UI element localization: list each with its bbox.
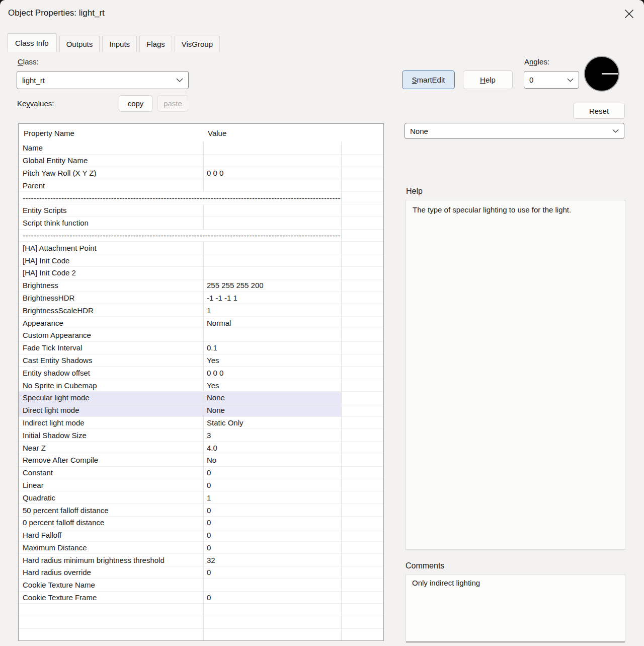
- property-name-cell: Global Entity Name: [19, 155, 204, 167]
- table-row[interactable]: Linear0: [19, 479, 383, 492]
- table-row[interactable]: Indirect light modeStatic Only: [19, 417, 383, 429]
- copy-button[interactable]: copy: [119, 95, 152, 112]
- property-value-cell: 3: [204, 429, 342, 441]
- table-row[interactable]: Hard Falloff0: [19, 529, 383, 542]
- property-value-cell: 0: [204, 566, 342, 579]
- property-name-cell: Cookie Texture Frame: [19, 592, 204, 604]
- property-name-cell: [HA] Init Code 2: [19, 267, 204, 279]
- property-name-cell: Name: [19, 142, 204, 154]
- table-row[interactable]: BrightnessHDR-1 -1 -1 1: [19, 292, 383, 305]
- property-name-cell: Hard radius minimum brightness threshold: [19, 554, 204, 566]
- property-name-cell: Near Z: [19, 442, 204, 454]
- property-name-cell: Quadratic: [19, 491, 204, 504]
- table-row[interactable]: Initial Shadow Size3: [19, 429, 383, 442]
- property-value-cell: 1: [204, 491, 342, 504]
- property-name-cell: Maximum Distance: [19, 542, 204, 554]
- chevron-down-icon: [612, 129, 619, 133]
- property-name-cell: Entity shadow offset: [19, 367, 204, 379]
- property-value-cell: Static Only: [204, 417, 342, 429]
- table-row[interactable]: 0 percent falloff distance0: [19, 517, 383, 529]
- table-row[interactable]: Specular light modeNone: [19, 392, 383, 404]
- table-row[interactable]: Cookie Texture Name: [19, 579, 383, 592]
- property-table-body: NameGlobal Entity NamePitch Yaw Roll (X …: [19, 142, 383, 641]
- class-label: Class:: [18, 57, 39, 66]
- table-row[interactable]: Cast Entity ShadowsYes: [19, 354, 383, 367]
- property-name-cell: [19, 616, 204, 628]
- tab-flags[interactable]: Flags: [139, 36, 172, 52]
- property-name-cell: 0 percent falloff distance: [19, 517, 204, 529]
- table-row[interactable]: Custom Appearance: [19, 329, 383, 342]
- table-row[interactable]: Hard radius minimum brightness threshold…: [19, 554, 383, 566]
- table-row[interactable]: Brightness255 255 255 200: [19, 279, 383, 292]
- tab-inputs[interactable]: Inputs: [102, 36, 137, 52]
- table-row[interactable]: Entity shadow offset0 0 0: [19, 367, 383, 379]
- table-row[interactable]: Near Z4.0: [19, 442, 383, 454]
- property-value-cell: 0 0 0: [204, 167, 342, 179]
- keyvalues-label: Keyvalues:: [17, 99, 54, 108]
- table-row[interactable]: Cookie Texture Frame0: [19, 592, 383, 604]
- property-name-cell: [HA] Attachment Point: [19, 242, 204, 254]
- tab-visgroup[interactable]: VisGroup: [175, 36, 220, 52]
- property-name-cell: Hard radius override: [19, 566, 204, 579]
- help-panel-label: Help: [406, 187, 423, 196]
- comments-textarea[interactable]: Only indirect lighting: [406, 574, 625, 642]
- table-row[interactable]: BrightnessScaleHDR1: [19, 304, 383, 317]
- table-row[interactable]: [19, 616, 383, 629]
- table-row[interactable]: AppearanceNormal: [19, 317, 383, 329]
- angle-dial-icon: [584, 55, 620, 92]
- property-name-cell: 50 percent falloff distance: [19, 504, 204, 516]
- chevron-down-icon: [176, 78, 183, 82]
- table-row[interactable]: [HA] Init Code 2: [19, 267, 383, 279]
- table-row[interactable]: Entity Scripts: [19, 204, 383, 217]
- help-panel: The type of specular lighting to use for…: [406, 200, 625, 550]
- property-name-cell: [HA] Init Code: [19, 254, 204, 266]
- property-value-cell: None: [204, 392, 342, 404]
- property-value-cell: [204, 204, 342, 217]
- object-properties-dialog: Object Properties: light_rt Class Info O…: [0, 0, 644, 646]
- angles-combobox[interactable]: 0: [524, 71, 579, 89]
- property-value-cell: [204, 629, 342, 641]
- table-row[interactable]: Direct light modeNone: [19, 404, 383, 417]
- tab-class-info[interactable]: Class Info: [7, 33, 57, 52]
- close-button[interactable]: [621, 6, 637, 21]
- comments-label: Comments: [406, 561, 444, 570]
- mode-select-combobox[interactable]: None: [405, 123, 624, 139]
- property-name-cell: Fade Tick Interval: [19, 342, 204, 354]
- property-value-cell: [204, 254, 342, 266]
- table-row[interactable]: No Sprite in CubemapYes: [19, 379, 383, 392]
- reset-button[interactable]: Reset: [573, 103, 625, 119]
- table-row[interactable]: Hard radius override0: [19, 566, 383, 579]
- angle-dial[interactable]: [584, 55, 620, 92]
- table-row[interactable]: Name: [19, 142, 383, 155]
- table-row[interactable]: [HA] Attachment Point: [19, 242, 383, 254]
- property-name-cell: Brightness: [19, 279, 204, 292]
- table-row[interactable]: Parent: [19, 179, 383, 192]
- comments-text: Only indirect lighting: [412, 579, 480, 587]
- table-row[interactable]: Maximum Distance0: [19, 542, 383, 554]
- table-row[interactable]: Global Entity Name: [19, 155, 383, 167]
- help-button[interactable]: Help: [463, 70, 513, 89]
- table-row[interactable]: [HA] Init Code: [19, 254, 383, 267]
- property-value-cell: No: [204, 454, 342, 466]
- property-table-header: Property Name Value: [19, 124, 383, 142]
- smartedit-button[interactable]: SmartEdit: [402, 70, 455, 89]
- table-row[interactable]: Pitch Yaw Roll (X Y Z)0 0 0: [19, 167, 383, 180]
- class-combobox[interactable]: light_rt: [17, 71, 189, 89]
- table-separator-row: ----------------------------------------…: [19, 192, 383, 204]
- table-row[interactable]: [19, 604, 383, 616]
- property-name-cell: Entity Scripts: [19, 204, 204, 217]
- property-value-cell: [204, 616, 342, 628]
- property-value-cell: [204, 155, 342, 167]
- table-row[interactable]: Fade Tick Interval0.1: [19, 342, 383, 354]
- property-value-cell: [204, 579, 342, 591]
- property-value-cell: Yes: [204, 354, 342, 367]
- table-row[interactable]: [19, 629, 383, 641]
- table-row[interactable]: Script think function: [19, 217, 383, 230]
- table-row[interactable]: Remove After CompileNo: [19, 454, 383, 467]
- table-row[interactable]: Quadratic1: [19, 491, 383, 504]
- tab-outputs[interactable]: Outputs: [59, 36, 100, 52]
- table-row[interactable]: Constant0: [19, 467, 383, 479]
- property-name-cell: Indirect light mode: [19, 417, 204, 429]
- property-name-cell: Script think function: [19, 217, 204, 229]
- table-row[interactable]: 50 percent falloff distance0: [19, 504, 383, 517]
